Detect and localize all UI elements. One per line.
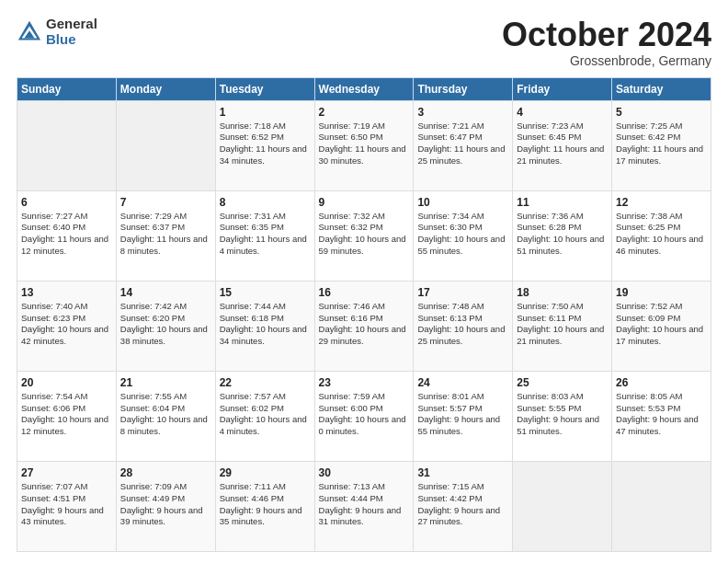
day-number: 22	[220, 376, 311, 389]
cell-sunrise: Sunrise: 7:31 AM	[220, 211, 286, 221]
day-number: 17	[417, 286, 508, 299]
calendar-week-2: 13 Sunrise: 7:40 AM Sunset: 6:23 PM Dayl…	[17, 281, 711, 371]
cell-sunset: Sunset: 6:04 PM	[120, 403, 185, 413]
day-number: 3	[417, 106, 508, 119]
logo: General Blue	[17, 17, 97, 47]
cell-daylight: Daylight: 10 hours and 4 minutes.	[220, 414, 307, 436]
cell-sunset: Sunset: 6:23 PM	[21, 313, 85, 323]
cell-sunrise: Sunrise: 8:01 AM	[417, 391, 483, 401]
calendar-cell: 29 Sunrise: 7:11 AM Sunset: 4:46 PM Dayl…	[215, 461, 314, 551]
calendar-cell	[513, 461, 612, 551]
cell-sunset: Sunset: 6:40 PM	[21, 222, 85, 232]
cell-daylight: Daylight: 10 hours and 34 minutes.	[220, 324, 307, 346]
day-number: 15	[220, 286, 311, 299]
calendar-cell: 30 Sunrise: 7:13 AM Sunset: 4:44 PM Dayl…	[314, 461, 414, 551]
cell-sunrise: Sunrise: 7:32 AM	[319, 211, 385, 221]
day-number: 28	[120, 466, 211, 479]
cell-sunrise: Sunrise: 7:13 AM	[319, 481, 385, 491]
day-number: 29	[220, 466, 311, 479]
cell-sunrise: Sunrise: 7:57 AM	[220, 391, 286, 401]
calendar-cell: 1 Sunrise: 7:18 AM Sunset: 6:52 PM Dayli…	[215, 100, 314, 190]
day-number: 27	[21, 466, 112, 479]
cell-sunset: Sunset: 4:51 PM	[21, 493, 85, 503]
calendar-cell	[116, 100, 215, 190]
day-number: 18	[517, 286, 608, 299]
cell-sunset: Sunset: 5:55 PM	[517, 403, 581, 413]
cell-sunset: Sunset: 6:00 PM	[319, 403, 383, 413]
cell-sunset: Sunset: 6:32 PM	[319, 222, 383, 232]
cell-daylight: Daylight: 11 hours and 21 minutes.	[517, 144, 604, 166]
col-sunday: Sunday	[17, 77, 117, 100]
cell-sunrise: Sunrise: 7:52 AM	[616, 301, 682, 311]
cell-sunset: Sunset: 6:47 PM	[417, 132, 482, 142]
cell-sunrise: Sunrise: 7:48 AM	[417, 301, 483, 311]
calendar-cell: 19 Sunrise: 7:52 AM Sunset: 6:09 PM Dayl…	[612, 281, 711, 371]
calendar-cell: 15 Sunrise: 7:44 AM Sunset: 6:18 PM Dayl…	[215, 281, 314, 371]
cell-daylight: Daylight: 10 hours and 42 minutes.	[21, 324, 108, 346]
calendar-cell: 20 Sunrise: 7:54 AM Sunset: 6:06 PM Dayl…	[17, 371, 117, 461]
day-number: 8	[220, 196, 311, 209]
cell-sunset: Sunset: 6:37 PM	[120, 222, 185, 232]
calendar-cell: 8 Sunrise: 7:31 AM Sunset: 6:35 PM Dayli…	[215, 190, 314, 281]
calendar-cell: 13 Sunrise: 7:40 AM Sunset: 6:23 PM Dayl…	[17, 281, 117, 371]
cell-sunset: Sunset: 6:16 PM	[319, 313, 383, 323]
cell-sunset: Sunset: 6:18 PM	[220, 313, 284, 323]
header: General Blue October 2024 Grossenbrode, …	[17, 17, 711, 68]
cell-sunrise: Sunrise: 7:15 AM	[417, 481, 483, 491]
cell-daylight: Daylight: 9 hours and 31 minutes.	[319, 505, 402, 527]
cell-sunrise: Sunrise: 7:07 AM	[21, 481, 87, 491]
day-number: 5	[616, 106, 707, 119]
calendar-header-row: Sunday Monday Tuesday Wednesday Thursday…	[17, 77, 711, 100]
cell-sunrise: Sunrise: 7:27 AM	[21, 211, 87, 221]
cell-daylight: Daylight: 10 hours and 0 minutes.	[319, 414, 406, 436]
cell-sunset: Sunset: 4:42 PM	[417, 493, 482, 503]
cell-sunset: Sunset: 5:53 PM	[616, 403, 680, 413]
cell-daylight: Daylight: 11 hours and 25 minutes.	[417, 144, 505, 166]
cell-sunrise: Sunrise: 7:21 AM	[417, 121, 483, 131]
cell-sunrise: Sunrise: 7:59 AM	[319, 391, 385, 401]
calendar-cell: 17 Sunrise: 7:48 AM Sunset: 6:13 PM Dayl…	[414, 281, 513, 371]
day-number: 6	[21, 196, 112, 209]
cell-daylight: Daylight: 11 hours and 8 minutes.	[120, 234, 208, 256]
logo-text: General Blue	[46, 17, 97, 47]
cell-sunrise: Sunrise: 7:55 AM	[120, 391, 187, 401]
day-number: 24	[417, 376, 508, 389]
col-thursday: Thursday	[414, 77, 513, 100]
calendar-week-4: 27 Sunrise: 7:07 AM Sunset: 4:51 PM Dayl…	[17, 461, 711, 551]
cell-daylight: Daylight: 10 hours and 12 minutes.	[21, 414, 108, 436]
day-number: 14	[120, 286, 211, 299]
cell-sunrise: Sunrise: 8:03 AM	[517, 391, 583, 401]
calendar-cell: 21 Sunrise: 7:55 AM Sunset: 6:04 PM Dayl…	[116, 371, 215, 461]
cell-sunrise: Sunrise: 7:23 AM	[517, 121, 583, 131]
cell-sunrise: Sunrise: 7:50 AM	[517, 301, 583, 311]
day-number: 1	[220, 106, 311, 119]
cell-sunset: Sunset: 6:11 PM	[517, 313, 581, 323]
calendar-cell: 25 Sunrise: 8:03 AM Sunset: 5:55 PM Dayl…	[513, 371, 612, 461]
calendar-cell: 11 Sunrise: 7:36 AM Sunset: 6:28 PM Dayl…	[513, 190, 612, 281]
day-number: 9	[319, 196, 410, 209]
cell-daylight: Daylight: 10 hours and 51 minutes.	[517, 234, 604, 256]
calendar-cell: 27 Sunrise: 7:07 AM Sunset: 4:51 PM Dayl…	[17, 461, 117, 551]
cell-sunrise: Sunrise: 7:36 AM	[517, 211, 583, 221]
cell-sunrise: Sunrise: 7:29 AM	[120, 211, 187, 221]
day-number: 7	[120, 196, 211, 209]
cell-daylight: Daylight: 11 hours and 12 minutes.	[21, 234, 108, 256]
calendar-cell	[612, 461, 711, 551]
cell-sunrise: Sunrise: 7:42 AM	[120, 301, 187, 311]
calendar-cell: 9 Sunrise: 7:32 AM Sunset: 6:32 PM Dayli…	[314, 190, 414, 281]
calendar-cell: 22 Sunrise: 7:57 AM Sunset: 6:02 PM Dayl…	[215, 371, 314, 461]
cell-sunset: Sunset: 5:57 PM	[417, 403, 482, 413]
cell-daylight: Daylight: 10 hours and 8 minutes.	[120, 414, 208, 436]
cell-sunrise: Sunrise: 7:54 AM	[21, 391, 87, 401]
cell-sunrise: Sunrise: 7:40 AM	[21, 301, 87, 311]
calendar-table: Sunday Monday Tuesday Wednesday Thursday…	[17, 77, 711, 552]
cell-daylight: Daylight: 11 hours and 17 minutes.	[616, 144, 703, 166]
calendar-cell: 6 Sunrise: 7:27 AM Sunset: 6:40 PM Dayli…	[17, 190, 117, 281]
calendar-cell: 16 Sunrise: 7:46 AM Sunset: 6:16 PM Dayl…	[314, 281, 414, 371]
day-number: 25	[517, 376, 608, 389]
calendar-cell: 26 Sunrise: 8:05 AM Sunset: 5:53 PM Dayl…	[612, 371, 711, 461]
cell-sunset: Sunset: 6:09 PM	[616, 313, 680, 323]
calendar-cell: 10 Sunrise: 7:34 AM Sunset: 6:30 PM Dayl…	[414, 190, 513, 281]
cell-daylight: Daylight: 9 hours and 27 minutes.	[417, 505, 500, 527]
cell-sunset: Sunset: 4:49 PM	[120, 493, 185, 503]
